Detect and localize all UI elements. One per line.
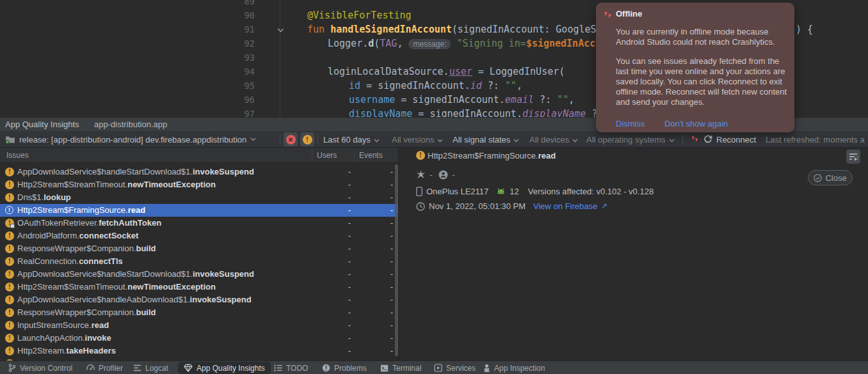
- statusbar-item-app-quality-insights[interactable]: App Quality Insights: [178, 362, 271, 374]
- chevron-down-icon: [437, 135, 443, 144]
- issue-row[interactable]: !Http2Stream.takeHeaders--: [0, 345, 399, 357]
- release-selector[interactable]: release: [app-distribution-android] dev.…: [5, 131, 256, 148]
- filter-dropdown-last-60-days[interactable]: Last 60 days: [323, 131, 380, 148]
- statusbar-problem-icon: [322, 364, 330, 372]
- statusbar-item-logcat[interactable]: Logcat: [127, 362, 174, 374]
- warning-icon: !: [5, 295, 14, 304]
- issue-row[interactable]: !AppDownloadService$handleStartDownload$…: [0, 166, 399, 178]
- filter-label: All signal states: [453, 135, 510, 144]
- code-token-prop: TAG: [380, 38, 397, 49]
- dont-show-again-link[interactable]: Don't show again: [664, 119, 728, 129]
- statusbar-item-label: Services: [446, 364, 476, 373]
- issue-users-count: -: [325, 295, 351, 304]
- code-text-after-popup: ) {: [796, 22, 813, 36]
- issue-counts-row: - -: [416, 170, 455, 180]
- statusbar-item-terminal[interactable]: Terminal: [374, 362, 427, 374]
- issue-label: Http2Stream$StreamTimeout.newTimeoutExce…: [17, 282, 216, 292]
- statusbar-item-version-control[interactable]: Version Control: [3, 362, 78, 374]
- code-token-hint: message:: [408, 39, 451, 49]
- crashlytics-icon: [690, 135, 700, 144]
- issue-row[interactable]: !RealConnection.connectTls--: [0, 255, 399, 268]
- line-number: 93: [218, 51, 255, 65]
- issue-row[interactable]: !Http2Stream$StreamTimeout.newTimeoutExc…: [0, 178, 399, 191]
- clock-icon: [416, 202, 425, 211]
- chevron-down-icon: [250, 137, 256, 141]
- statusbar-item-label: App Inspection: [494, 364, 545, 373]
- filter-dropdown-all-versions[interactable]: All versions: [392, 131, 443, 148]
- timestamp-row: Nov 1, 2022, 05:01:30 PM View on Firebas…: [416, 201, 607, 211]
- statusbar-item-problems[interactable]: Problems: [316, 362, 373, 374]
- issue-row[interactable]: !AppDownloadService$handleAabDownload$1.…: [0, 293, 399, 306]
- statusbar-item-profiler[interactable]: Profiler: [81, 362, 129, 374]
- column-divider: [354, 150, 355, 161]
- statusbar-item-app-inspection[interactable]: App Inspection: [478, 362, 551, 374]
- filter-dropdown-all-devices[interactable]: All devices: [529, 131, 578, 148]
- issue-events-count: -: [367, 333, 393, 343]
- issue-row[interactable]: !InputStreamSource.read--: [0, 319, 399, 332]
- issue-row[interactable]: !OAuthTokenRetriever.fetchAuthToken--: [0, 217, 399, 230]
- issue-users-count: -: [325, 333, 351, 343]
- warning-icon: !: [5, 257, 14, 266]
- issue-users-count: -: [325, 320, 351, 330]
- code-token-plain: = signedInAccount.: [360, 80, 470, 91]
- issues-table-header: Issues Users Events: [0, 148, 399, 163]
- filter-dropdown-all-signal-states[interactable]: All signal states: [453, 131, 519, 148]
- code-fold-icon[interactable]: [277, 22, 284, 36]
- warning-icon: !: [5, 180, 14, 189]
- issue-events-count: -: [367, 320, 393, 330]
- issue-label: ResponseWrapper$Companion.build: [17, 308, 156, 317]
- code-token-plain: (: [374, 38, 380, 49]
- issue-row[interactable]: !Http2Stream$StreamTimeout.newTimeoutExc…: [0, 281, 399, 293]
- tab-app-distribution[interactable]: app-distribution.app: [94, 120, 167, 129]
- close-issue-button[interactable]: Close: [808, 170, 853, 185]
- toolbar-separator: [280, 134, 280, 144]
- soft-wrap-toggle-button[interactable]: [846, 150, 860, 164]
- warning-icon: !: [5, 244, 14, 253]
- line-number: 92: [218, 36, 255, 51]
- issue-label: Http2Stream.takeHeaders: [17, 346, 116, 355]
- dismiss-link[interactable]: Dismiss: [616, 119, 645, 129]
- issue-row[interactable]: !LaunchAppAction.invoke--: [0, 332, 399, 345]
- issue-events-count: -: [367, 282, 393, 292]
- issue-row[interactable]: !Dns$1.lookup--: [0, 191, 399, 204]
- warning-icon: !: [5, 283, 14, 292]
- chevron-down-icon: [374, 135, 380, 144]
- statusbar-gauge-icon: [86, 364, 95, 372]
- events-count: -: [430, 170, 432, 180]
- issue-row[interactable]: !ResponseWrapper$Companion.build--: [0, 306, 399, 319]
- popup-paragraph-1: You are currently in offline mode becaus…: [616, 27, 789, 47]
- reconnect-button[interactable]: Reconnect: [690, 131, 756, 148]
- column-divider: [312, 150, 312, 161]
- statusbar-item-label: Version Control: [20, 364, 72, 373]
- line-number: 89: [218, 0, 255, 8]
- statusbar-item-todo[interactable]: TODO: [268, 362, 314, 374]
- issue-users-count: -: [325, 308, 351, 317]
- code-token-named: id: [349, 80, 360, 91]
- issue-row[interactable]: !Http2Stream$FramingSource.read--: [0, 204, 399, 217]
- check-circle-icon: [814, 174, 822, 182]
- issue-row[interactable]: !AndroidPlatform.connectSocket--: [0, 230, 399, 242]
- issues-scrollbar[interactable]: [395, 164, 398, 356]
- fatal-filter-toggle[interactable]: ✕: [284, 132, 298, 146]
- nonfatal-filter-toggle[interactable]: !: [300, 132, 314, 146]
- issue-row[interactable]: !AppDownloadService$handleStartDownload$…: [0, 268, 399, 281]
- filter-dropdown-all-operating-systems[interactable]: All operating systems: [586, 131, 675, 148]
- versions-affected: Versions affected: v0.102 - v0.128: [528, 187, 654, 196]
- code-token-propi: email: [505, 94, 534, 105]
- view-on-firebase-link[interactable]: View on Firebase: [533, 201, 597, 211]
- line-number: 95: [218, 79, 255, 93]
- issue-label: Dns$1.lookup: [17, 192, 71, 202]
- statusbar-item-services[interactable]: Services: [428, 362, 481, 374]
- code-token-propi: displayName: [522, 108, 586, 117]
- code-token-funcall: d: [368, 38, 374, 49]
- issue-users-count: -: [325, 167, 351, 176]
- issue-label: AndroidPlatform.connectSocket: [17, 231, 138, 240]
- code-token-plain: = signedInAccount.: [412, 108, 522, 117]
- warning-icon: !: [5, 231, 14, 240]
- line-number: 94: [218, 65, 255, 79]
- issue-row[interactable]: !ResponseWrapper$Companion.build--: [0, 242, 399, 255]
- android-studio-window: 8990@VisibleForTesting91fun handleSigned…: [0, 0, 868, 374]
- issue-label: InputStreamSource.read: [17, 320, 109, 330]
- line-number: 90: [218, 8, 255, 22]
- device-icon: [416, 187, 422, 196]
